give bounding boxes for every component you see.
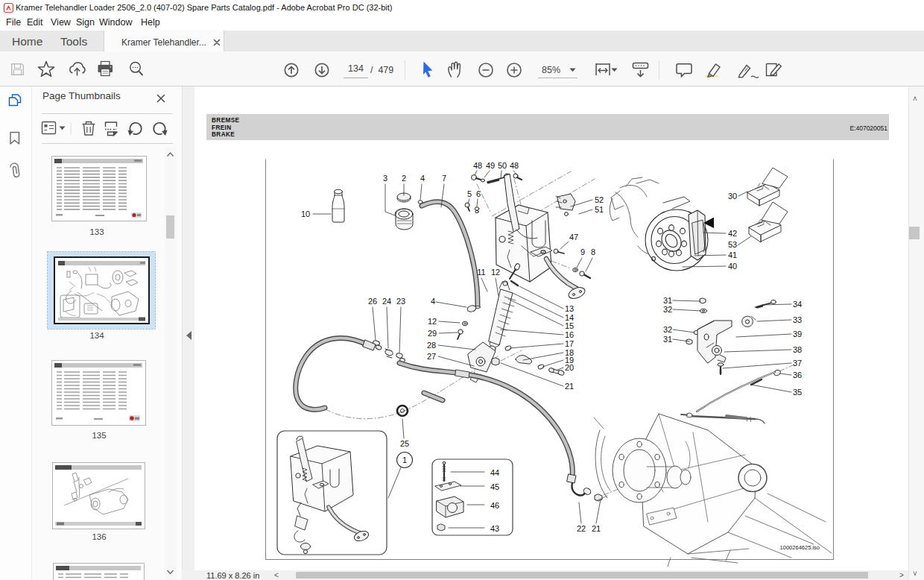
svg-text:41: 41 [728,250,737,259]
svg-text:27: 27 [427,352,436,361]
svg-text:5: 5 [467,189,472,198]
svg-text:35: 35 [793,388,802,397]
svg-text:52: 52 [595,195,604,204]
svg-text:24: 24 [382,297,391,306]
svg-text:2: 2 [402,174,406,183]
svg-text:11: 11 [477,268,485,277]
svg-text:12: 12 [428,317,437,326]
svg-text:1: 1 [402,456,407,464]
svg-text:37: 37 [793,359,802,368]
svg-text:15: 15 [565,321,574,330]
svg-text:6: 6 [476,189,481,198]
svg-text:44: 44 [490,468,499,477]
svg-text:48: 48 [510,161,519,170]
svg-text:45: 45 [490,482,499,491]
svg-text:39: 39 [793,330,802,338]
svg-text:32: 32 [663,305,672,314]
svg-text:135: 135 [92,431,106,440]
svg-text:28: 28 [427,341,436,350]
svg-text:31: 31 [663,296,672,305]
svg-text:9: 9 [580,248,585,256]
svg-text:22: 22 [577,524,586,533]
svg-text:4: 4 [420,174,425,183]
svg-text:12: 12 [491,268,500,277]
svg-text:30: 30 [728,192,737,201]
svg-text:36: 36 [793,371,802,379]
svg-text:26: 26 [368,297,377,306]
svg-text:BREMSE: BREMSE [212,117,240,124]
svg-text:8: 8 [591,248,595,256]
svg-text:4: 4 [431,297,435,306]
svg-text:10: 10 [301,209,310,218]
svg-text:136: 136 [92,532,106,541]
svg-text:E:407020051: E:407020051 [849,124,887,132]
svg-text:21: 21 [592,524,601,533]
svg-text:47: 47 [569,233,578,242]
svg-text:53: 53 [728,240,737,249]
svg-text:20: 20 [565,363,574,372]
svg-text:134: 134 [89,331,104,340]
svg-text:42: 42 [728,229,737,238]
svg-text:13: 13 [565,304,574,313]
svg-text:32: 32 [663,325,672,334]
svg-text:BRAKE: BRAKE [212,131,235,138]
svg-text:7: 7 [442,174,446,183]
svg-text:FREIN: FREIN [212,124,232,131]
svg-text:34: 34 [793,300,802,309]
svg-text:46: 46 [490,501,499,510]
svg-text:31: 31 [663,335,672,344]
svg-text:48: 48 [473,161,482,170]
svg-text:49: 49 [486,161,495,170]
svg-text:1000264625.iso: 1000264625.iso [780,544,820,551]
svg-text:17: 17 [565,339,574,348]
svg-text:43: 43 [490,524,499,533]
svg-text:38: 38 [793,345,802,354]
svg-text:51: 51 [595,205,604,214]
svg-text:16: 16 [565,330,574,339]
svg-text:23: 23 [396,297,405,306]
svg-text:21: 21 [565,382,574,391]
svg-text:25: 25 [400,439,409,448]
svg-text:40: 40 [728,262,737,271]
svg-text:3: 3 [383,174,387,183]
svg-text:50: 50 [498,161,507,170]
svg-text:33: 33 [793,315,802,324]
svg-text:133: 133 [89,227,104,236]
svg-text:29: 29 [428,329,437,338]
